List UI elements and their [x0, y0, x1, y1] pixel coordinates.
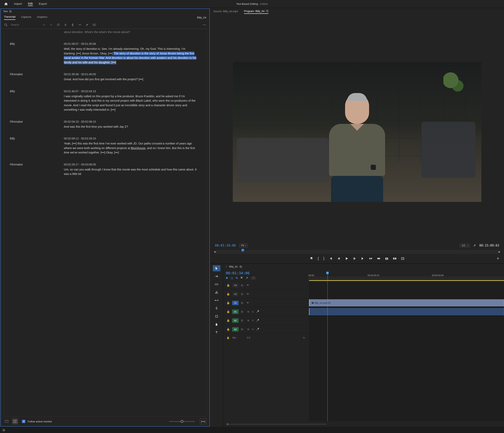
eye-icon[interactable]: 👁: [247, 301, 250, 304]
prev-match-icon[interactable]: [42, 23, 46, 27]
eye-icon[interactable]: 👁: [247, 284, 250, 287]
safe-margins-icon[interactable]: [401, 257, 405, 260]
mute-button[interactable]: M: [247, 319, 249, 322]
sync-lock-icon[interactable]: ⊟: [241, 292, 244, 296]
mic-icon[interactable]: 🎤: [256, 319, 259, 322]
overwrite-clip-icon[interactable]: [377, 257, 380, 260]
button-editor-add-icon[interactable]: +: [497, 256, 499, 261]
close-sequence-icon[interactable]: ×: [226, 265, 227, 268]
track-label[interactable]: V2: [232, 292, 239, 296]
home-icon[interactable]: [4, 2, 8, 6]
text-size-slider[interactable]: [169, 421, 195, 422]
track-label[interactable]: A3: [232, 327, 239, 332]
track-header-a1[interactable]: 🔒 A1 ⊟ MS 🎤: [223, 307, 309, 316]
timeline-ruler[interactable]: :00:00 00:04:59:16 00:09:59:09: [309, 270, 504, 281]
track-header-a3[interactable]: 🔒 A3 ⊟ MS 🎤: [223, 325, 309, 334]
mute-button[interactable]: M: [247, 310, 249, 313]
go-to-out-icon[interactable]: [361, 257, 364, 260]
output-icon[interactable]: ⫸: [303, 336, 306, 339]
video-clip[interactable]: Billy_Int.mp4 [V]: [309, 299, 504, 306]
selection-tool-icon[interactable]: [213, 265, 220, 271]
audio-clip[interactable]: [309, 308, 504, 315]
mic-icon[interactable]: 🎤: [256, 328, 259, 331]
insert-clip-icon[interactable]: [369, 257, 372, 260]
out-bracket-icon[interactable]: }: [323, 256, 324, 261]
horizontal-zoom-slider[interactable]: [226, 424, 327, 425]
source-tab[interactable]: Source: Billy_Int.mp4: [213, 10, 238, 14]
in-bracket-icon[interactable]: {: [318, 256, 319, 261]
solo-button[interactable]: S: [252, 328, 253, 331]
sync-lock-icon[interactable]: ⊟: [241, 328, 244, 331]
comparison-view-icon[interactable]: [393, 257, 396, 260]
track-select-tool-icon[interactable]: [213, 273, 220, 279]
slip-tool-icon[interactable]: [213, 297, 220, 303]
track-label[interactable]: V3: [232, 283, 239, 288]
lock-icon[interactable]: 🔒: [226, 310, 230, 313]
lock-icon[interactable]: 🔒: [226, 292, 230, 296]
workspace-edit[interactable]: Edit: [28, 2, 33, 6]
follow-checkbox[interactable]: ✓: [22, 420, 25, 423]
pause-indicator-button[interactable]: [•••]: [200, 418, 207, 424]
view-source-icon[interactable]: [4, 418, 9, 424]
track-header-v2[interactable]: 🔒 V2 ⊟ 👁: [223, 290, 309, 299]
next-match-icon[interactable]: [49, 23, 53, 27]
search-icon[interactable]: [4, 23, 8, 27]
lock-icon[interactable]: 🔒: [226, 284, 230, 287]
segment-text[interactable]: Well, the story of devotion is. See, I'm…: [64, 47, 197, 65]
cc-icon[interactable]: CC: [251, 277, 256, 279]
go-to-in-icon[interactable]: [329, 257, 333, 260]
mute-button[interactable]: M: [247, 328, 249, 331]
timeline-zoom-bar[interactable]: [223, 421, 504, 427]
marker-icon[interactable]: [310, 257, 313, 260]
track-header-v3[interactable]: 🔒 V3 ⊟ 👁: [223, 281, 309, 290]
tab-captions[interactable]: Captions: [21, 15, 31, 20]
sync-lock-icon[interactable]: ⊟: [241, 284, 244, 287]
more-icon[interactable]: [202, 23, 207, 27]
solo-button[interactable]: S: [252, 310, 253, 313]
mic-icon[interactable]: 🎤: [256, 310, 259, 313]
type-tool-icon[interactable]: [213, 329, 220, 335]
insert-icon[interactable]: [71, 23, 75, 27]
ripple-tool-icon[interactable]: [213, 281, 220, 287]
mix-value[interactable]: 0.0: [247, 336, 250, 339]
lock-icon[interactable]: 🔒: [226, 319, 230, 322]
linked-selection-icon[interactable]: ⧉: [236, 276, 238, 280]
playhead-line[interactable]: [327, 281, 328, 421]
segment-text[interactable]: I was originally called on this project …: [64, 94, 197, 112]
segment-text[interactable]: Yeah, [•••] this was the first time I've…: [64, 141, 197, 155]
lock-icon[interactable]: 🔒: [226, 301, 230, 304]
sync-lock-icon[interactable]: ⊟: [241, 301, 244, 304]
track-header-a2[interactable]: 🔒 A2 ⊟ MS 🎤: [223, 316, 309, 325]
segment-text[interactable]: Great. And how did you first get involve…: [64, 77, 197, 81]
playhead[interactable]: [327, 272, 328, 281]
cc-cloud-icon[interactable]: [2, 429, 5, 432]
panel-menu-icon[interactable]: [9, 10, 12, 12]
workspace-import[interactable]: Import: [14, 2, 22, 6]
track-label[interactable]: A1: [232, 309, 239, 314]
program-timecode[interactable]: 00:01:34:06: [215, 244, 236, 247]
sync-lock-icon[interactable]: ⊟: [241, 319, 244, 322]
transcript-segment[interactable]: Filmmaker 00:02:04:15 - 00:02:08:10 And …: [4, 116, 206, 133]
pen-tool-icon[interactable]: [213, 305, 220, 311]
hand-tool-icon[interactable]: [213, 321, 220, 327]
razor-tool-icon[interactable]: [213, 289, 220, 295]
tab-transcript[interactable]: Transcript: [4, 15, 15, 20]
refresh-icon[interactable]: [56, 23, 61, 27]
workspace-export[interactable]: Export: [39, 2, 47, 6]
track-label[interactable]: V1: [232, 301, 239, 305]
view-sequence-icon[interactable]: [12, 418, 18, 424]
rectangle-tool-icon[interactable]: [213, 313, 220, 319]
sequence-menu-icon[interactable]: [240, 266, 242, 268]
lock-icon[interactable]: 🔒: [226, 328, 230, 331]
sequence-name[interactable]: Billy_Int: [229, 265, 238, 268]
tab-graphics[interactable]: Graphics: [37, 15, 47, 20]
zoom-fit-dropdown[interactable]: Fit: [239, 244, 248, 247]
transcript-segment[interactable]: about devotion. What's the what's the mo…: [4, 29, 206, 39]
snap-icon[interactable]: ✱: [226, 276, 228, 280]
program-tab[interactable]: Program: Billy_Int: [244, 10, 268, 14]
lock-icon[interactable]: 🔒: [226, 336, 230, 339]
transcript-segment[interactable]: Billy 00:02:08:12 - 00:02:28:15 Yeah, [•…: [4, 133, 206, 159]
play-icon[interactable]: [345, 257, 349, 260]
export-frame-icon[interactable]: [385, 257, 388, 260]
mix-row[interactable]: 🔒 Mix 0.0 ⫸: [223, 334, 309, 342]
